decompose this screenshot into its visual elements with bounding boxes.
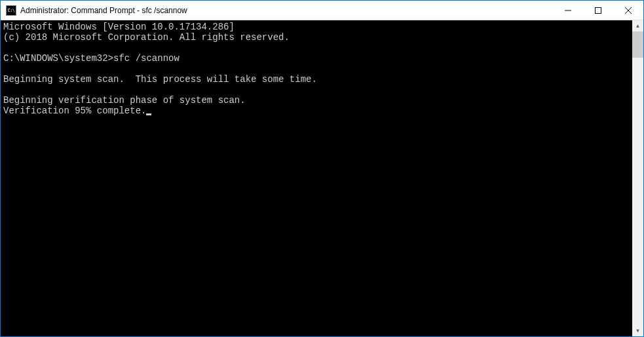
close-button[interactable]	[613, 1, 643, 20]
chevron-down-icon: ▼	[635, 328, 641, 334]
terminal-line: Verification 95% complete.	[3, 106, 630, 116]
terminal-line	[3, 43, 630, 53]
terminal-line: C:\WINDOWS\system32>sfc /scannow	[3, 53, 630, 64]
maximize-icon	[595, 7, 601, 14]
scroll-down-button[interactable]: ▼	[632, 325, 643, 336]
cursor	[146, 113, 151, 115]
scroll-thumb[interactable]	[632, 31, 643, 58]
titlebar[interactable]: C:\ Administrator: Command Prompt - sfc …	[1, 1, 643, 20]
close-icon	[625, 7, 632, 14]
window-title: Administrator: Command Prompt - sfc /sca…	[20, 6, 553, 15]
content-area: Microsoft Windows [Version 10.0.17134.28…	[1, 20, 643, 336]
scroll-track[interactable]	[632, 31, 643, 325]
scroll-up-button[interactable]: ▲	[632, 20, 643, 31]
app-icon: C:\	[6, 5, 16, 16]
maximize-button[interactable]	[583, 1, 613, 20]
command-prompt-window: C:\ Administrator: Command Prompt - sfc …	[0, 0, 644, 337]
minimize-button[interactable]	[553, 1, 583, 20]
window-controls	[553, 1, 643, 20]
terminal-line: Beginning verification phase of system s…	[3, 95, 630, 106]
terminal-line: (c) 2018 Microsoft Corporation. All righ…	[3, 32, 630, 43]
terminal-line: Beginning system scan. This process will…	[3, 74, 630, 85]
terminal-line	[3, 64, 630, 74]
vertical-scrollbar[interactable]: ▲ ▼	[632, 20, 643, 336]
terminal-line	[3, 85, 630, 95]
terminal-output[interactable]: Microsoft Windows [Version 10.0.17134.28…	[1, 20, 632, 336]
chevron-up-icon: ▲	[635, 24, 641, 29]
minimize-icon	[565, 7, 571, 14]
svg-rect-1	[596, 7, 601, 13]
terminal-line: Microsoft Windows [Version 10.0.17134.28…	[3, 22, 630, 32]
